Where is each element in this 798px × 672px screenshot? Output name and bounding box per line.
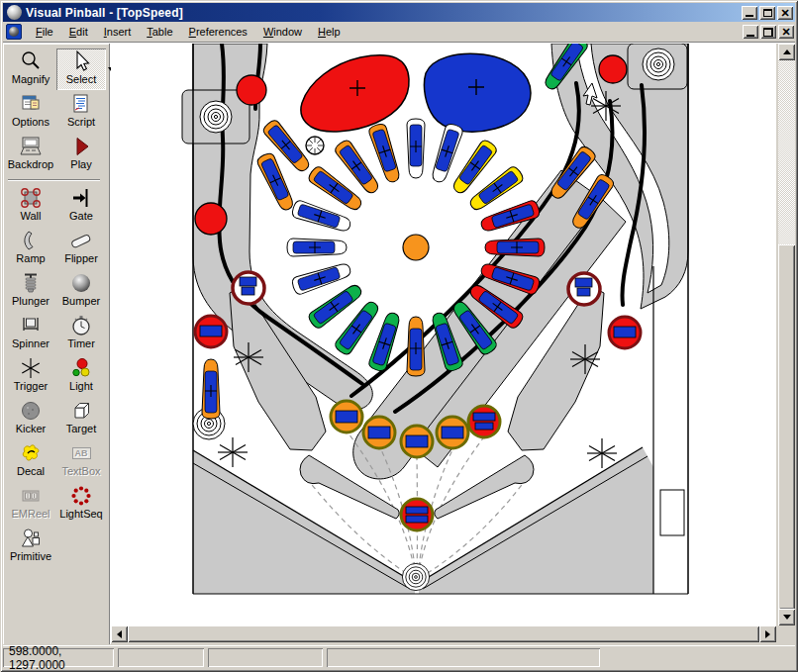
tool-gate[interactable]: Gate <box>56 185 106 227</box>
tool-target[interactable]: Target <box>56 398 106 439</box>
statusbar-panel-3 <box>208 648 323 667</box>
lightseq-icon <box>68 483 94 508</box>
bullseye-right-top[interactable] <box>643 48 674 80</box>
vertical-scroll-thumb[interactable] <box>778 244 795 610</box>
tool-options[interactable]: Options <box>6 91 55 133</box>
plunger-lane-box[interactable] <box>660 490 684 535</box>
tool-decal[interactable]: Decal <box>6 440 55 482</box>
table-playfield[interactable] <box>111 44 776 625</box>
close-icon: ✕ <box>780 8 789 18</box>
scroll-down-button[interactable] <box>778 609 795 625</box>
tool-script[interactable]: Script <box>56 91 106 133</box>
round-target-bottom-center[interactable] <box>401 499 433 530</box>
menu-edit[interactable]: Edit <box>61 24 96 41</box>
maximize-button[interactable] <box>759 6 775 20</box>
tool-magnify[interactable]: Magnify <box>6 48 55 90</box>
tool-label: Plunger <box>12 295 50 307</box>
horizontal-scroll-thumb[interactable] <box>128 625 759 642</box>
tool-label: Select <box>66 73 97 85</box>
mdi-minimize-icon <box>747 35 754 37</box>
app-ball-icon <box>7 5 22 20</box>
tool-label: Script <box>67 116 95 128</box>
light-icon <box>68 355 94 380</box>
tool-label: Options <box>12 116 50 128</box>
spinner-icon <box>18 313 44 337</box>
tool-ramp[interactable]: Ramp <box>6 228 55 269</box>
menu-insert[interactable]: Insert <box>96 24 140 41</box>
menu-preferences[interactable]: Preferences <box>181 24 255 41</box>
tool-backdrop[interactable]: Backdrop <box>6 134 55 175</box>
menu-table[interactable]: Table <box>139 24 180 41</box>
bumper-icon <box>68 270 94 295</box>
tool-plunger[interactable]: Plunger <box>6 270 55 312</box>
tool-label: Light <box>69 380 93 392</box>
drain-kicker[interactable] <box>402 563 429 590</box>
menu-help[interactable]: Help <box>310 24 349 41</box>
ramp-icon <box>18 228 44 252</box>
round-target-right[interactable] <box>609 317 641 348</box>
mdi-restore-button[interactable] <box>760 25 776 39</box>
mdi-minimize-button[interactable] <box>743 25 758 39</box>
target-icon <box>68 398 94 423</box>
tool-label: LightSeq <box>59 508 102 520</box>
scroll-up-button[interactable] <box>778 44 795 60</box>
arrow-up-icon <box>783 49 791 54</box>
tool-timer[interactable]: Timer <box>56 313 106 354</box>
pop-bumper-right[interactable] <box>568 273 600 305</box>
tool-wall[interactable]: Wall <box>6 185 55 227</box>
tool-play[interactable]: Play <box>56 134 106 175</box>
plunger-icon <box>18 270 44 295</box>
tool-label: Flipper <box>64 252 98 264</box>
kicker-icon <box>18 398 44 423</box>
minimize-button[interactable] <box>742 6 757 20</box>
speedometer-center[interactable] <box>403 235 429 260</box>
tool-flipper[interactable]: Flipper <box>56 228 106 269</box>
tool-spinner[interactable]: Spinner <box>6 313 55 354</box>
visual-pinball-window: Visual Pinball - [TopSpeed] ✕ File Edit … <box>0 0 798 672</box>
tool-label: Timer <box>67 337 95 349</box>
tool-select[interactable]: Select <box>56 48 106 90</box>
pop-bumper-left[interactable] <box>233 272 264 304</box>
tool-label: Primitive <box>10 550 51 562</box>
tool-emreel[interactable]: EMReel <box>6 483 55 525</box>
spinner-wheel[interactable] <box>306 137 324 154</box>
emreel-icon <box>18 483 44 508</box>
scroll-left-button[interactable] <box>111 625 128 642</box>
tool-bumper[interactable]: Bumper <box>56 270 106 312</box>
magnify-icon <box>18 48 44 73</box>
select-icon <box>68 48 94 73</box>
tool-textbox[interactable]: AB TextBox <box>56 440 106 482</box>
tool-kicker[interactable]: Kicker <box>6 398 55 439</box>
menubar: File Edit Insert Table Preferences Windo… <box>3 22 795 43</box>
round-target-left[interactable] <box>195 316 227 347</box>
trigger-icon <box>18 355 44 380</box>
scroll-right-button[interactable] <box>759 625 776 642</box>
tool-label: Spinner <box>12 337 50 349</box>
arrow-down-icon <box>783 615 791 620</box>
tool-primitive[interactable]: Primitive <box>6 526 55 567</box>
bullseye-left-top[interactable] <box>200 101 232 133</box>
arrow-right-icon <box>765 630 770 638</box>
tool-label: Kicker <box>16 423 47 434</box>
close-button[interactable]: ✕ <box>777 6 793 20</box>
mdi-close-button[interactable]: ✕ <box>778 25 794 39</box>
menu-file[interactable]: File <box>28 24 61 41</box>
tool-label: Magnify <box>12 73 50 85</box>
menu-window[interactable]: Window <box>255 24 310 41</box>
gate-icon <box>68 185 94 210</box>
blue-blob-light[interactable] <box>424 53 531 132</box>
titlebar[interactable]: Visual Pinball - [TopSpeed] ✕ <box>3 3 795 22</box>
script-icon <box>68 91 94 116</box>
horizontal-scrollbar[interactable] <box>111 625 776 642</box>
options-icon <box>18 91 44 116</box>
tool-light[interactable]: Light <box>56 355 106 397</box>
tool-lightseq[interactable]: LightSeq <box>56 483 106 525</box>
tool-label: Decal <box>17 465 45 477</box>
vertical-scrollbar[interactable] <box>778 44 795 625</box>
tool-label: Trigger <box>14 380 48 392</box>
tool-trigger[interactable]: Trigger <box>6 355 55 397</box>
mdi-document-icon[interactable] <box>6 24 22 40</box>
tool-label: Target <box>66 423 97 434</box>
table-editor-canvas[interactable] <box>111 44 776 625</box>
timer-icon <box>68 313 94 337</box>
